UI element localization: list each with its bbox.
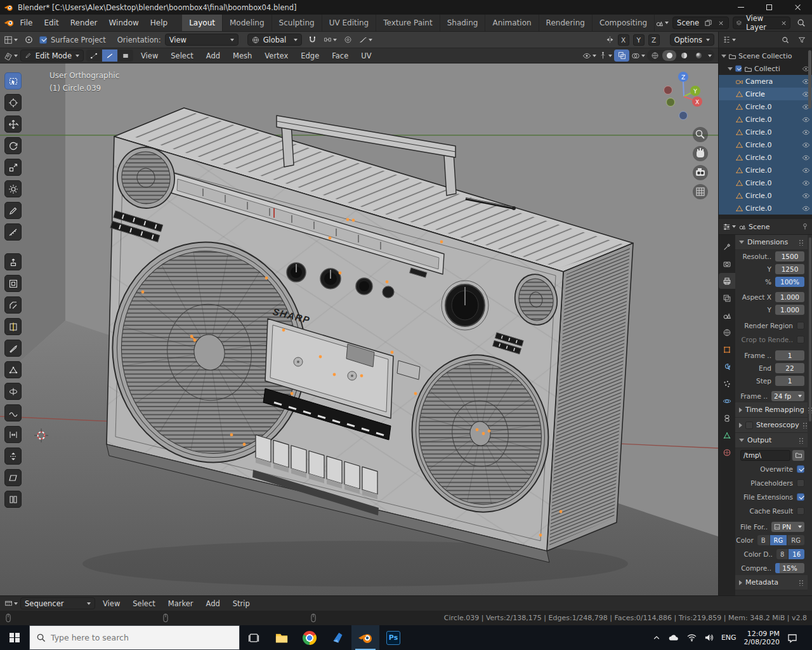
taskbar-search[interactable]	[29, 625, 240, 650]
outliner-row-circle-0[interactable]: Circle.0	[719, 126, 812, 138]
tab-rendering[interactable]: Rendering	[539, 15, 593, 31]
sequencer-editor-type-button[interactable]	[4, 597, 18, 610]
tab-view-layer[interactable]	[719, 290, 735, 306]
tool-extrude-region[interactable]	[4, 253, 22, 270]
snap-settings-button[interactable]	[324, 34, 337, 46]
color-bw-option[interactable]: B	[757, 535, 770, 545]
outliner-row-circle[interactable]: Circle	[719, 88, 812, 100]
scene-selector[interactable]: Scene	[672, 17, 729, 29]
tool-knife[interactable]	[4, 340, 22, 357]
tab-world[interactable]	[719, 324, 735, 340]
outliner-row-circle-0[interactable]: Circle.0	[719, 189, 812, 202]
photoshop-button[interactable]: Ps	[379, 625, 407, 650]
tab-scene[interactable]	[719, 307, 735, 323]
solid-shading-button[interactable]	[662, 50, 676, 61]
color-rgb-option[interactable]: RG	[770, 535, 788, 545]
frame-end-field[interactable]: 22	[775, 363, 804, 373]
section-stereoscopy[interactable]: Stereoscopy	[735, 418, 808, 433]
outliner-row-circle-0[interactable]: Circle.0	[719, 100, 812, 113]
tab-shading[interactable]: Shading	[440, 15, 486, 31]
section-time-remapping[interactable]: Time Remapping	[735, 402, 808, 418]
browse-folder-button[interactable]	[792, 450, 804, 461]
tab-sculpting[interactable]: Sculpting	[272, 15, 322, 31]
wireframe-shading-button[interactable]	[648, 50, 662, 61]
mirror-y-toggle[interactable]: Y	[633, 34, 645, 46]
minimize-button[interactable]	[726, 0, 755, 15]
placeholders-checkbox[interactable]	[797, 479, 804, 487]
menu-render[interactable]: Render	[65, 16, 103, 30]
viewport-editor-type-button[interactable]	[4, 50, 18, 62]
surface-project-checkbox[interactable]	[39, 36, 47, 44]
taskbar-clock[interactable]: 12:09 PM 2/08/2020	[744, 630, 780, 646]
orientation-dropdown[interactable]: View	[165, 34, 239, 46]
drag-grip-icon[interactable]	[799, 580, 804, 586]
scene-browse-button[interactable]	[655, 17, 669, 29]
xray-toggle-button[interactable]	[614, 50, 629, 62]
overlays-dropdown-button[interactable]	[631, 50, 645, 62]
tab-texture-paint[interactable]: Texture Paint	[376, 15, 440, 31]
depth-8-option[interactable]: 8	[776, 549, 789, 559]
rendered-shading-button[interactable]	[691, 50, 705, 61]
task-view-button[interactable]	[240, 625, 268, 650]
tab-particles[interactable]	[719, 376, 735, 392]
seq-menu-add[interactable]: Add	[201, 597, 225, 610]
aspect-x-field[interactable]: 1.000	[775, 292, 804, 302]
drag-grip-icon[interactable]	[799, 239, 804, 246]
file-format-dropdown[interactable]: PN	[771, 522, 804, 532]
volume-icon[interactable]	[704, 633, 714, 642]
cache-result-checkbox[interactable]	[797, 507, 804, 515]
drag-grip-icon[interactable]	[802, 422, 808, 428]
new-scene-button[interactable]	[703, 18, 713, 28]
eye-icon[interactable]	[802, 128, 810, 136]
outliner-row-circle-0[interactable]: Circle.0	[719, 176, 812, 189]
properties-scrollbar[interactable]	[809, 237, 811, 421]
tab-modeling[interactable]: Modeling	[223, 15, 272, 31]
tool-rotate[interactable]	[4, 137, 22, 154]
tool-smooth[interactable]	[4, 404, 22, 421]
outliner-search-button[interactable]	[778, 34, 792, 46]
frame-step-field[interactable]: 1	[775, 376, 804, 386]
blue-app-button[interactable]	[324, 625, 351, 650]
eye-icon[interactable]	[802, 141, 810, 149]
view-layer-selector[interactable]: View Layer	[733, 17, 790, 29]
tab-material[interactable]	[719, 444, 735, 460]
action-center-icon[interactable]	[787, 633, 797, 643]
mirror-z-toggle[interactable]: Z	[648, 34, 660, 46]
snap-toggle-button[interactable]	[306, 34, 320, 46]
blender-menu-icon[interactable]	[4, 18, 14, 27]
outliner-row-camera[interactable]: Camera	[719, 75, 812, 88]
outliner-scrollbar[interactable]	[808, 50, 811, 109]
remove-view-layer-button[interactable]	[780, 18, 787, 28]
tool-transform[interactable]	[4, 180, 22, 197]
stereoscopy-checkbox[interactable]	[745, 421, 753, 429]
frame-rate-dropdown[interactable]: 24 fp	[771, 391, 804, 401]
outliner-row-collection[interactable]: Collecti	[719, 62, 812, 75]
eye-icon[interactable]	[802, 166, 810, 175]
tool-edge-slide[interactable]	[4, 426, 22, 443]
aspect-y-field[interactable]: 1.000	[775, 305, 804, 315]
maximize-button[interactable]	[755, 0, 783, 15]
outliner-row-circle-0[interactable]: Circle.0	[719, 164, 812, 176]
menu-face[interactable]: Face	[327, 50, 353, 62]
resolution-percent-slider[interactable]: 100%	[775, 277, 804, 287]
active-tool-button[interactable]	[22, 34, 36, 46]
resolution-y-field[interactable]: 1250	[775, 264, 804, 274]
tab-constraints[interactable]	[719, 410, 735, 426]
menu-edge[interactable]: Edge	[296, 50, 324, 62]
section-output[interactable]: Output	[735, 433, 808, 448]
mirror-x-toggle[interactable]: X	[618, 34, 629, 46]
resolution-x-field[interactable]: 1500	[775, 251, 804, 262]
onedrive-icon[interactable]	[668, 634, 679, 642]
seq-menu-strip[interactable]: Strip	[228, 597, 255, 610]
outliner-row-circle-0[interactable]: Circle.0	[719, 151, 812, 164]
tool-cursor[interactable]	[4, 94, 22, 111]
chrome-button[interactable]	[296, 625, 324, 650]
render-region-checkbox[interactable]	[797, 322, 804, 329]
search-button[interactable]	[794, 17, 808, 29]
outliner-row-circle-0[interactable]: Circle.0	[719, 138, 812, 151]
tool-loop-cut[interactable]	[4, 318, 22, 335]
tab-object[interactable]	[719, 342, 735, 357]
compression-slider[interactable]: 15%	[775, 563, 804, 573]
editor-type-button[interactable]	[4, 34, 18, 46]
outliner-row-circle-0[interactable]: Circle.0	[719, 202, 812, 215]
